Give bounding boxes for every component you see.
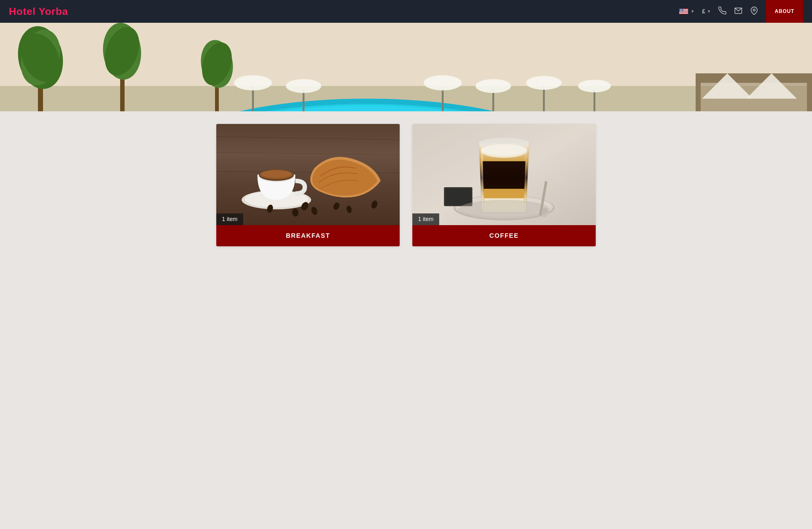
svg-point-6 — [680, 9, 680, 10]
svg-point-11 — [680, 10, 681, 10]
breakfast-card: 1 item BREAKFAST — [216, 124, 400, 246]
svg-rect-4 — [679, 13, 688, 14]
coffee-item-badge: 1 item — [412, 214, 439, 225]
svg-point-10 — [682, 9, 683, 10]
svg-rect-108 — [445, 189, 471, 205]
cards-row: 1 item BREAKFAST — [19, 124, 793, 246]
svg-point-8 — [681, 9, 682, 10]
main-content: 1 item BREAKFAST — [0, 111, 812, 259]
svg-point-69 — [578, 80, 611, 92]
coffee-button[interactable]: COFFEE — [412, 225, 596, 246]
svg-point-65 — [476, 79, 511, 93]
language-chevron: ▼ — [691, 9, 694, 14]
currency-selector[interactable]: £ ▼ — [702, 8, 711, 15]
site-logo[interactable]: Hotel Yorba — [9, 6, 679, 17]
svg-point-17 — [681, 10, 682, 11]
currency-chevron: ▼ — [707, 9, 711, 14]
navbar: Hotel Yorba — [0, 0, 812, 23]
svg-point-13 — [681, 10, 682, 10]
coffee-image — [412, 124, 596, 225]
svg-point-21 — [681, 11, 681, 11]
svg-point-16 — [680, 10, 681, 11]
flag-icon — [679, 9, 688, 14]
svg-point-63 — [424, 75, 462, 90]
breakfast-image — [216, 124, 400, 225]
svg-point-20 — [680, 11, 681, 11]
svg-point-109 — [458, 200, 550, 219]
svg-rect-71 — [696, 73, 812, 83]
breakfast-image-wrapper: 1 item — [216, 124, 400, 225]
svg-point-7 — [680, 9, 681, 10]
svg-point-14 — [682, 10, 683, 10]
email-icon[interactable] — [734, 6, 742, 16]
pool-scene-svg — [0, 23, 812, 111]
navbar-right: ▼ £ ▼ ABOUT — [679, 0, 803, 23]
about-button[interactable]: ABOUT — [766, 0, 803, 23]
breakfast-item-badge: 1 item — [216, 214, 243, 225]
svg-point-22 — [681, 11, 682, 11]
svg-point-19 — [682, 10, 683, 11]
svg-rect-73 — [807, 73, 812, 111]
location-icon[interactable] — [750, 6, 758, 16]
currency-symbol: £ — [702, 8, 705, 15]
coffee-image-wrapper: 1 item — [412, 124, 596, 225]
svg-point-104 — [482, 144, 526, 156]
hero-banner — [0, 23, 812, 111]
svg-point-25 — [753, 9, 755, 11]
svg-point-59 — [234, 75, 272, 90]
svg-point-86 — [261, 170, 292, 178]
coffee-card: 1 item COFFEE — [412, 124, 596, 246]
svg-point-67 — [526, 76, 562, 90]
breakfast-button[interactable]: BREAKFAST — [216, 225, 400, 246]
svg-point-18 — [682, 10, 682, 11]
svg-point-23 — [682, 11, 683, 11]
svg-point-9 — [682, 9, 682, 10]
svg-point-61 — [286, 79, 321, 93]
language-selector[interactable]: ▼ — [679, 9, 694, 14]
svg-point-15 — [680, 10, 680, 11]
svg-point-12 — [681, 10, 681, 10]
svg-rect-72 — [696, 73, 701, 111]
svg-rect-106 — [525, 146, 526, 209]
svg-rect-3 — [679, 12, 688, 12]
phone-icon[interactable] — [719, 6, 727, 16]
